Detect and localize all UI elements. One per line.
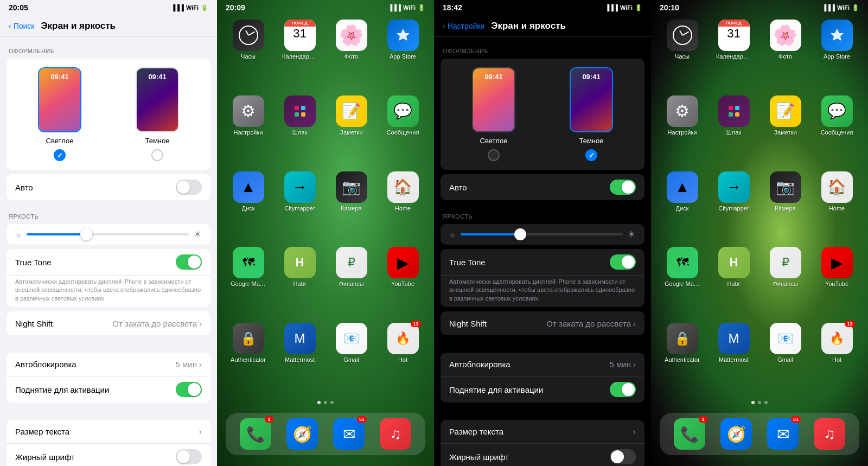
auto-row-1: Авто	[7, 174, 210, 200]
safari-icon: 🧭	[293, 425, 312, 443]
app-calendar-dark[interactable]: ПОНЕД 31 КалендарьGoo...	[711, 20, 756, 89]
raise-toggle-1[interactable]	[176, 382, 202, 397]
app-maps-dark[interactable]: 🗺 Google Maps	[660, 247, 705, 316]
status-bar-3: 18:42 ▐▐▐ WiFi 🔋	[434, 0, 651, 15]
wifi-icon-4: WiFi	[837, 4, 850, 11]
app-camera-dark[interactable]: 📷 Камера	[763, 171, 808, 241]
app-finances-light[interactable]: ₽ Финансы	[329, 247, 374, 316]
nightshift-label-3: Night Shift	[449, 319, 487, 328]
dock-phone-light[interactable]: 📞 1	[240, 418, 271, 450]
app-hot-dark[interactable]: 🔥 13 Hot	[814, 323, 859, 392]
theme-dark-option[interactable]: 09:41 Темное	[136, 67, 179, 161]
app-mattermost-dark[interactable]: M Mattermost	[711, 323, 756, 392]
bold-toggle-1[interactable]	[176, 449, 202, 464]
app-notes-light[interactable]: 📝 Заметки	[329, 95, 374, 165]
theme-light-option[interactable]: 09:41 Светлое	[38, 67, 81, 161]
app-home-dark[interactable]: 🏠 Home	[814, 171, 859, 241]
nightshift-row-3[interactable]: Night Shift От заката до рассвета ›	[441, 311, 644, 335]
bold-toggle-3[interactable]	[610, 449, 636, 464]
dock-dark: 📞 1 🧭 ✉ 51 ♫	[660, 413, 859, 455]
textsize-row-1[interactable]: Размер текста ›	[7, 420, 210, 444]
textsize-row-3[interactable]: Размер текста ›	[441, 420, 644, 444]
dock-safari-dark[interactable]: 🧭	[720, 418, 752, 450]
nav-back-text-3[interactable]: Настройки	[448, 22, 485, 30]
nav-back-3[interactable]: ‹ Настройки	[443, 22, 484, 30]
app-drive-dark[interactable]: ▲ Диск	[660, 171, 705, 241]
app-clock-dark[interactable]: Часы	[660, 20, 705, 89]
slider-thumb-1[interactable]	[80, 228, 92, 240]
nav-back-text-1[interactable]: Поиск	[14, 22, 35, 30]
dock-safari-light[interactable]: 🧭	[286, 418, 318, 450]
app-icon-drive: ▲	[233, 171, 264, 203]
app-drive-light[interactable]: ▲ Диск	[226, 171, 271, 241]
app-icon-mattermost: M	[284, 323, 316, 354]
dock-music-light[interactable]: ♫	[380, 418, 411, 450]
truetone-toggle-1[interactable]	[176, 254, 202, 270]
app-messages-dark[interactable]: 💬 Сообщения	[814, 95, 859, 165]
app-label-notes-dark: Заметки	[774, 129, 796, 136]
app-hot-light[interactable]: 🔥 13 Hot	[380, 323, 425, 392]
gear-svg-d: ⚙	[675, 101, 690, 120]
app-gmail-dark[interactable]: 📧 Gmail	[763, 323, 808, 392]
app-auth-light[interactable]: 🔒 Authenticator	[226, 323, 271, 392]
back-chevron-icon: ‹	[9, 22, 11, 30]
app-finances-dark[interactable]: ₽ Финансы	[763, 247, 808, 316]
app-appstore-dark[interactable]: App Store	[814, 20, 859, 89]
panel-home-light: 20:09 ▐▐▐ WiFi 🔋 Часы	[217, 0, 434, 466]
app-messages-light[interactable]: 💬 Сообщения	[380, 95, 425, 165]
app-appstore-light[interactable]: App Store	[380, 20, 425, 89]
autolock-row-1[interactable]: Автоблокировка 5 мин ›	[7, 353, 210, 376]
app-youtube-dark[interactable]: ▶ YouTube	[814, 247, 859, 316]
theme-dark-option-3[interactable]: 09:41 Темное	[570, 67, 613, 161]
brightness-slider-3[interactable]	[461, 233, 623, 235]
theme-light-option-3[interactable]: 09:41 Светлое	[472, 67, 515, 161]
app-settings-dark[interactable]: ⚙ Настройки	[660, 95, 705, 165]
auto-toggle-3[interactable]	[610, 180, 636, 195]
theme-dark-radio[interactable]	[151, 149, 163, 161]
app-calendar-light[interactable]: ПОНЕД 31 КалендарьGoo...	[277, 20, 322, 89]
dock-music-dark[interactable]: ♫	[814, 418, 845, 450]
app-maps-light[interactable]: 🗺 Google Maps	[226, 247, 271, 316]
dot-1	[317, 401, 321, 404]
mail-badge-light: 51	[357, 416, 367, 423]
app-photos-dark[interactable]: 🌸 Фото	[763, 20, 808, 89]
raise-toggle-3[interactable]	[610, 382, 636, 397]
app-citymapper-dark[interactable]: → Citymapper	[711, 171, 756, 241]
app-auth-dark[interactable]: 🔒 Authenticator	[660, 323, 705, 392]
app-slack-light[interactable]: Шлак	[277, 95, 322, 165]
page-dots-light	[217, 397, 434, 408]
slider-thumb-3[interactable]	[514, 228, 526, 240]
dock-phone-dark[interactable]: 📞 1	[674, 418, 705, 450]
app-notes-dark[interactable]: 📝 Заметки	[763, 95, 808, 165]
app-habr-light[interactable]: H Habr	[277, 247, 322, 316]
app-home-light[interactable]: 🏠 Home	[380, 171, 425, 241]
app-label-settings-dark: Настройки	[668, 129, 697, 136]
app-habr-dark[interactable]: H Habr	[711, 247, 756, 316]
music-icon-d: ♫	[824, 425, 835, 443]
dock-mail-dark[interactable]: ✉ 51	[767, 418, 799, 450]
nav-back-1[interactable]: ‹ Поиск	[9, 22, 34, 30]
auto-toggle-1[interactable]	[176, 180, 202, 195]
app-mattermost-light[interactable]: M Mattermost	[277, 323, 322, 392]
app-citymapper-light[interactable]: → Citymapper	[277, 171, 322, 241]
autolock-value-1: 5 мин ›	[176, 360, 202, 369]
nightshift-row-1[interactable]: Night Shift От заката до рассвета ›	[7, 311, 210, 335]
app-gmail-light[interactable]: 📧 Gmail	[329, 323, 374, 392]
app-settings-light[interactable]: ⚙ Настройки	[226, 95, 271, 165]
dock-mail-light[interactable]: ✉ 51	[333, 418, 365, 450]
app-clock-light[interactable]: Часы	[226, 20, 271, 89]
clock-hand-m-d	[682, 31, 688, 36]
theme-light-radio[interactable]	[54, 149, 66, 161]
app-photos-light[interactable]: 🌸 Фото	[329, 20, 374, 89]
theme-dark-radio-3[interactable]	[585, 149, 597, 161]
app-camera-light[interactable]: 📷 Камера	[329, 171, 374, 241]
brightness-card-3: ☼ ☀	[441, 224, 644, 245]
brightness-slider-1[interactable]	[27, 233, 189, 235]
app-slack-dark[interactable]: Шлак	[711, 95, 756, 165]
autolock-row-3[interactable]: Автоблокировка 5 мин ›	[441, 353, 644, 376]
theme-light-radio-3[interactable]	[488, 149, 500, 161]
dot-d1	[751, 401, 755, 404]
app-youtube-light[interactable]: ▶ YouTube	[380, 247, 425, 316]
home-content-light: 20:09 ▐▐▐ WiFi 🔋 Часы	[217, 0, 434, 466]
truetone-toggle-3[interactable]	[610, 254, 636, 270]
